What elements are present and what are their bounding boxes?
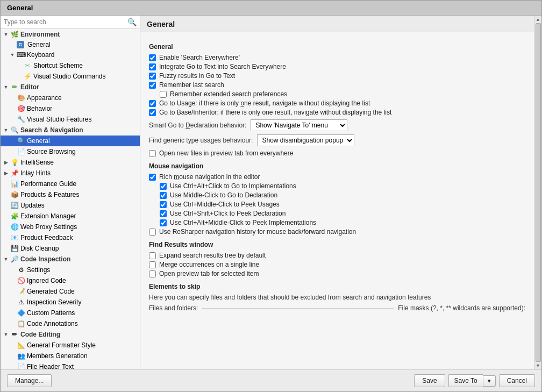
tree-item-environment[interactable]: ▼ 🌿 Environment (1, 29, 140, 40)
tree-item-code-annotations[interactable]: ▶ 📋 Code Annotations (1, 318, 140, 329)
tree-item-code-editing[interactable]: ▼ ✏ Code Editing (1, 329, 140, 340)
option-go-to-usage: Go to Usage: if there is only one result… (149, 99, 525, 107)
tree-item-vsf[interactable]: ▶ 🔧 Visual Studio Features (1, 114, 140, 125)
option-merge: Merge occurrences on a single line (149, 261, 525, 268)
tree-item-general-search[interactable]: ▶ 🔍 General (1, 136, 140, 146)
checkbox-integrate-go[interactable] (149, 63, 156, 70)
checkbox-rich-mouse[interactable] (149, 174, 156, 181)
save-button[interactable]: Save (414, 374, 445, 387)
checkbox-enable-search[interactable] (149, 54, 156, 61)
formatter-icon: 📐 (17, 341, 25, 350)
select-smart-goto[interactable]: Show 'Navigate To' menu Navigate directl… (251, 119, 347, 131)
scroll-thumb[interactable] (536, 23, 541, 362)
tree-item-inlay[interactable]: ▶ 📌 Inlay Hints (1, 168, 140, 179)
label-ctrl-alt-middle: Use Ctrl+Alt+Middle-Click to Peek Implem… (170, 219, 316, 226)
dropdown-row-smart-goto: Smart Go to Declaration behavior: Show '… (149, 119, 525, 131)
right-scrollbar[interactable]: ▲ ▼ (534, 16, 541, 369)
tree-label: Performance Guide (20, 180, 76, 188)
tree-item-custom-patterns[interactable]: ▶ 🔷 Custom Patterns (1, 308, 140, 318)
checkbox-remember-last[interactable] (149, 82, 156, 89)
save-to-button[interactable]: Save To (448, 374, 483, 387)
tree-item-perf[interactable]: ▶ 📊 Performance Guide (1, 179, 140, 189)
checkbox-remember-extended[interactable] (160, 91, 167, 98)
tree-item-generated-code[interactable]: ▶ 📝 Generated Code (1, 286, 140, 297)
ignored-icon: 🚫 (17, 276, 25, 285)
section-title-general: General (149, 43, 525, 51)
label-ctrl-shift-peek: Use Ctrl+Shift+Click to Peek Declaration (170, 210, 286, 217)
checkbox-preview-selected[interactable] (149, 270, 156, 277)
arrow-code-editing: ▼ (3, 331, 9, 338)
scroll-down[interactable]: ▼ (536, 363, 540, 368)
tree-item-shortcut[interactable]: ▶ ✂ Shortcut Scheme (1, 60, 140, 71)
checkbox-ctrl-shift-peek[interactable] (160, 210, 167, 217)
tree-item-keyboard[interactable]: ▼ ⌨ Keyboard (1, 49, 140, 60)
checkbox-ctrl-middle-peek[interactable] (160, 201, 167, 208)
tree-item-extension[interactable]: ▶ 🧩 Extension Manager (1, 211, 140, 222)
updates-icon: 🔄 (10, 201, 19, 210)
vsc-icon: ⚡ (23, 72, 32, 81)
keyboard-icon: ⌨ (17, 51, 25, 59)
tree-item-behavior[interactable]: ▶ 🎯 Behavior (1, 103, 140, 114)
label-remember-extended: Remember extended search preferences (170, 90, 287, 98)
tree-label: Code Editing (20, 331, 60, 338)
tree-item-intellisense[interactable]: ▶ 💡 IntelliSense (1, 157, 140, 168)
tree-label: Generated Code (27, 288, 75, 295)
save-to-group: Save To ▼ (448, 374, 496, 387)
checkbox-go-to-usage[interactable] (149, 100, 156, 107)
bottom-left: Manage... (7, 374, 52, 387)
tree-item-disk[interactable]: ▶ 💾 Disk Cleanup (1, 243, 140, 254)
option-preview-tab: Open new files in preview tab from every… (149, 149, 525, 157)
tree-item-editor[interactable]: ▼ ✏ Editor (1, 82, 140, 92)
tree-label: Appearance (27, 94, 62, 102)
tree-label: Disk Cleanup (20, 245, 59, 252)
environment-icon: 🌿 (10, 30, 19, 39)
tree-item-products[interactable]: ▶ 📦 Products & Features (1, 189, 140, 200)
elements-description: Here you can specify files and folders t… (149, 294, 525, 301)
tree-item-general-formatter[interactable]: ▶ 📐 General Formatter Style (1, 340, 140, 351)
tree-item-source-browsing[interactable]: ▶ 📄 Source Browsing (1, 146, 140, 157)
checkbox-expand-tree[interactable] (149, 252, 156, 259)
members-icon: 👥 (17, 352, 25, 360)
masks-label: File masks (?, *, ** wildcards are suppo… (398, 304, 525, 312)
tree-item-search-nav[interactable]: ▼ 🔍 Search & Navigation (1, 125, 140, 136)
tree-item-file-header[interactable]: ▶ 📄 File Header Text (1, 361, 140, 369)
tree-label: General Formatter Style (27, 341, 96, 349)
option-ctrl-alt-click: Use Ctrl+Alt+Click to Go to Implementati… (149, 182, 525, 190)
source-icon: 📄 (17, 147, 25, 156)
label-fuzzy: Fuzzy results in Go to Text (159, 72, 235, 80)
checkbox-fuzzy[interactable] (149, 73, 156, 80)
files-folders-row: Files and folders: File masks (?, *, ** … (149, 304, 525, 312)
label-preview-selected: Open preview tab for selected item (159, 270, 259, 277)
checkbox-history[interactable] (149, 229, 156, 236)
tree-item-webproxy[interactable]: ▶ 🌐 Web Proxy Settings (1, 222, 140, 232)
tree-item-members[interactable]: ▶ 👥 Members Generation (1, 351, 140, 361)
general-env-icon: G (17, 41, 24, 48)
settings-content-panel: General General Enable 'Search Everywher… (140, 16, 534, 369)
tree-item-feedback[interactable]: ▶ 📧 Product Feedback (1, 232, 140, 243)
tree-label: Ignored Code (27, 277, 66, 284)
scroll-up[interactable]: ▲ (536, 17, 540, 22)
option-rich-mouse: Rich mouse navigation in the editor (149, 173, 525, 181)
checkbox-ctrl-alt-click[interactable] (160, 183, 167, 190)
search-icon[interactable]: 🔍 (127, 18, 137, 26)
tree-item-ignored-code[interactable]: ▶ 🚫 Ignored Code (1, 275, 140, 286)
cancel-button[interactable]: Cancel (499, 374, 535, 387)
tree-item-appearance[interactable]: ▶ 🎨 Appearance (1, 92, 140, 103)
tree-item-updates[interactable]: ▶ 🔄 Updates (1, 200, 140, 211)
tree-item-inspection-severity[interactable]: ▶ ⚠ Inspection Severity (1, 297, 140, 308)
checkbox-middle-click[interactable] (160, 192, 167, 199)
checkbox-ctrl-alt-middle[interactable] (160, 219, 167, 226)
checkbox-merge[interactable] (149, 261, 156, 268)
search-input[interactable] (4, 18, 127, 26)
tree-item-vsc[interactable]: ▶ ⚡ Visual Studio Commands (1, 71, 140, 82)
feedback-icon: 📧 (10, 233, 19, 242)
tree-item-ci-settings[interactable]: ▶ ⚙ Settings (1, 265, 140, 275)
manage-button[interactable]: Manage... (7, 374, 52, 387)
tree-item-general-env[interactable]: ▶ G General (1, 40, 140, 49)
select-generic[interactable]: Show disambiguation popup Show all usage… (257, 134, 354, 146)
save-to-dropdown-arrow[interactable]: ▼ (483, 375, 496, 387)
tree-item-code-inspection[interactable]: ▼ 🔎 Code Inspection (1, 254, 140, 265)
checkbox-preview-tab[interactable] (149, 150, 156, 157)
checkbox-go-to-base[interactable] (149, 109, 156, 116)
custom-icon: 🔷 (17, 309, 25, 317)
